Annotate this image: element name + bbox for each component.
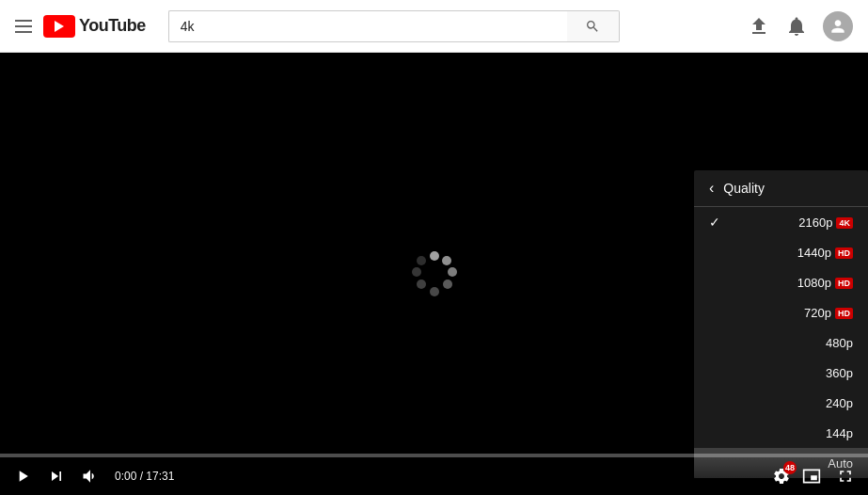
hamburger-menu[interactable]: [15, 20, 32, 33]
volume-button[interactable]: [77, 463, 103, 489]
quality-title: Quality: [723, 181, 765, 196]
badge-hd-1080: HD: [835, 278, 853, 289]
upload-svg: [748, 15, 770, 38]
controls-right: 48: [772, 463, 859, 489]
bell-svg: [785, 15, 808, 38]
quality-option-480p[interactable]: ✓ 480p: [694, 327, 868, 358]
quality-option-1440p[interactable]: ✓ 1440pHD: [694, 237, 868, 267]
fullscreen-button[interactable]: [832, 463, 859, 489]
quality-option-720p[interactable]: ✓ 720pHD: [694, 297, 868, 327]
next-icon: [47, 467, 66, 486]
header: YouTube: [0, 0, 868, 53]
avatar[interactable]: [823, 11, 853, 41]
upload-icon[interactable]: [748, 15, 770, 38]
badge-4k: 4K: [836, 217, 853, 229]
settings-badge-wrapper: 48: [772, 467, 791, 486]
quality-menu: ‹ Quality ✓ 2160p4K ✓ 1440pHD ✓ 1080pHD …: [694, 170, 868, 478]
quality-label-2160p: 2160p4K: [728, 216, 853, 230]
video-area[interactable]: ‹ Quality ✓ 2160p4K ✓ 1440pHD ✓ 1080pHD …: [0, 53, 868, 495]
miniplayer-icon: [802, 467, 821, 486]
search-input[interactable]: [168, 10, 567, 42]
quality-label-1440p: 1440pHD: [728, 246, 853, 260]
time-display: 0:00 / 17:31: [115, 470, 174, 483]
badge-hd-720: HD: [835, 308, 853, 319]
play-icon: [13, 467, 32, 486]
search-icon: [585, 19, 600, 34]
fullscreen-icon: [836, 467, 855, 486]
quality-label-360p: 360p: [728, 366, 853, 380]
quality-option-144p[interactable]: ✓ 144p: [694, 418, 868, 448]
badge-hd-1440: HD: [835, 248, 853, 259]
quality-label-480p: 480p: [728, 336, 853, 350]
spinner-dots: [412, 251, 457, 296]
quality-label-240p: 240p: [728, 396, 853, 410]
quality-option-360p[interactable]: ✓ 360p: [694, 358, 868, 388]
quality-label-1080p: 1080pHD: [728, 276, 853, 290]
volume-icon: [81, 467, 100, 486]
notifications-icon[interactable]: [785, 15, 808, 38]
loading-spinner: [412, 251, 457, 296]
settings-badge-number: 48: [783, 461, 797, 474]
quality-header[interactable]: ‹ Quality: [694, 170, 868, 207]
quality-option-1080p[interactable]: ✓ 1080pHD: [694, 267, 868, 297]
miniplayer-button[interactable]: [798, 463, 825, 489]
search-bar: [168, 10, 620, 42]
youtube-logo-text: YouTube: [79, 16, 146, 36]
search-button[interactable]: [567, 10, 620, 42]
video-controls: 0:00 / 17:31 48: [0, 457, 868, 495]
quality-back-arrow[interactable]: ‹: [709, 180, 714, 197]
quality-option-2160p[interactable]: ✓ 2160p4K: [694, 207, 868, 237]
quality-option-240p[interactable]: ✓ 240p: [694, 388, 868, 418]
quality-label-144p: 144p: [728, 426, 853, 440]
check-icon: ✓: [709, 215, 728, 230]
play-button[interactable]: [9, 463, 36, 489]
youtube-logo-icon: [43, 15, 75, 38]
header-right: [748, 11, 853, 41]
next-button[interactable]: [43, 463, 70, 489]
quality-label-720p: 720pHD: [728, 306, 853, 320]
avatar-icon: [829, 17, 847, 36]
header-left: YouTube: [15, 15, 146, 38]
youtube-logo[interactable]: YouTube: [43, 15, 146, 38]
